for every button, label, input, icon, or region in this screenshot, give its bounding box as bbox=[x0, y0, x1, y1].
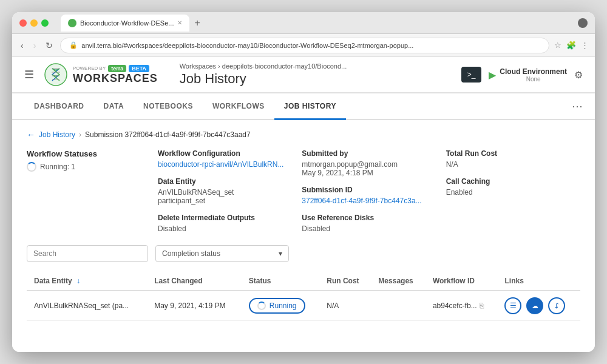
lock-icon: 🔒 bbox=[69, 41, 78, 49]
copy-workflow-id-icon[interactable]: ⎘ bbox=[480, 302, 484, 310]
use-reference-value: Disabled bbox=[302, 224, 436, 233]
cell-run-cost: N/A bbox=[319, 291, 371, 321]
back-button[interactable]: ‹ bbox=[18, 39, 26, 52]
tab-notebooks[interactable]: NOTEBOOKS bbox=[134, 93, 203, 120]
data-entity-label: Data Entity bbox=[158, 177, 292, 186]
export-button[interactable]: ↪ bbox=[548, 297, 565, 314]
workflow-id-text: ab94cefc-fb... bbox=[433, 302, 477, 310]
reload-button[interactable]: ↻ bbox=[43, 39, 55, 52]
info-col-2: Workflow Configuration bioconductor-rpci… bbox=[158, 149, 292, 233]
list-icon: ☰ bbox=[510, 302, 517, 310]
menu-icon[interactable]: ⋮ bbox=[581, 41, 589, 50]
back-arrow-icon[interactable]: ← bbox=[27, 130, 35, 140]
breadcrumb-separator: › bbox=[79, 130, 81, 139]
cell-last-changed: May 9, 2021, 4:19 PM bbox=[147, 291, 242, 321]
tab-close-icon[interactable]: ✕ bbox=[177, 19, 182, 26]
info-col-4: Total Run Cost N/A Call Caching Enabled bbox=[446, 149, 580, 233]
col-data-entity[interactable]: Data Entity ↓ bbox=[27, 272, 147, 291]
list-view-button[interactable]: ☰ bbox=[504, 297, 521, 314]
header-center: Workspaces › deeppilots-bioconductor-may… bbox=[168, 62, 452, 87]
profile-icon[interactable] bbox=[578, 18, 588, 28]
info-col-3: Submitted by mtmorgan.popup@gmail.com Ma… bbox=[302, 149, 436, 233]
call-caching-value: Enabled bbox=[446, 188, 580, 197]
page-title: Job History bbox=[180, 71, 452, 87]
titlebar: Bioconductor-Workflow-DESe... ✕ + bbox=[12, 12, 595, 34]
status-text: Running bbox=[270, 302, 297, 310]
table-row: AnVILBulkRNASeq_set (pa... May 9, 2021, … bbox=[27, 291, 580, 321]
browser-tab-active[interactable]: Bioconductor-Workflow-DESe... ✕ bbox=[61, 15, 189, 32]
table-header: Data Entity ↓ Last Changed Status Run Co… bbox=[27, 272, 580, 291]
play-icon: ▶ bbox=[489, 69, 496, 81]
workflow-config-value[interactable]: bioconductor-rpci-anvil/AnVILBulkRN... bbox=[158, 160, 292, 169]
app-window: Bioconductor-Workflow-DESe... ✕ + ‹ › ↻ … bbox=[12, 12, 595, 352]
minimize-button[interactable] bbox=[30, 19, 38, 27]
total-run-cost-label: Total Run Cost bbox=[446, 149, 580, 158]
table-body: AnVILBulkRNASeq_set (pa... May 9, 2021, … bbox=[27, 291, 580, 321]
col-run-cost: Run Cost bbox=[319, 272, 371, 291]
tab-data[interactable]: DATA bbox=[94, 93, 134, 120]
main-content: ← Job History › Submission 372ff064-d1cf… bbox=[12, 120, 595, 352]
extensions-icon[interactable]: 🧩 bbox=[566, 41, 576, 50]
terminal-icon: >_ bbox=[467, 70, 476, 79]
delete-intermediate-value: Disabled bbox=[158, 224, 292, 233]
cell-workflow-id: ab94cefc-fb... ⎘ bbox=[426, 291, 498, 321]
breadcrumb-job-history[interactable]: Job History bbox=[39, 130, 75, 139]
submission-id-value[interactable]: 372ff064-d1cf-4a9f-9f9f-7bc447c3a... bbox=[302, 197, 436, 205]
close-button[interactable] bbox=[19, 19, 27, 27]
tab-job-history[interactable]: JOB HISTORY bbox=[274, 93, 346, 120]
tab-workflows[interactable]: WORKFLOWS bbox=[203, 93, 274, 120]
cell-status: Running bbox=[242, 291, 319, 321]
dropdown-arrow-icon: ▾ bbox=[279, 249, 282, 258]
status-running-badge: Running bbox=[249, 298, 305, 314]
running-spin-icon bbox=[27, 162, 36, 172]
search-input[interactable] bbox=[27, 245, 148, 262]
cell-messages bbox=[371, 291, 426, 321]
beta-badge: BETA bbox=[129, 65, 149, 72]
terra-badge: terra bbox=[108, 65, 126, 72]
more-options-button[interactable]: ⋯ bbox=[572, 99, 583, 113]
running-label: Running: 1 bbox=[40, 163, 75, 171]
maximize-button[interactable] bbox=[41, 19, 49, 27]
completion-status-label: Completion status bbox=[162, 249, 220, 258]
terminal-button[interactable]: >_ bbox=[461, 67, 482, 83]
cloud-env-text: Cloud Environment None bbox=[500, 67, 567, 83]
header-right: >_ ▶ Cloud Environment None ⚙ bbox=[461, 67, 583, 83]
workspaces-label: WORKSPACES bbox=[73, 72, 158, 85]
links-cell: ☰ ☁ ↪ bbox=[504, 297, 573, 314]
jobs-table: Data Entity ↓ Last Changed Status Run Co… bbox=[27, 272, 580, 321]
breadcrumb-workspaces[interactable]: Workspaces bbox=[180, 62, 216, 70]
cloud-environment-button[interactable]: ▶ Cloud Environment None bbox=[489, 67, 567, 83]
cell-data-entity: AnVILBulkRNASeq_set (pa... bbox=[27, 291, 147, 321]
breadcrumb-sep1: › bbox=[218, 62, 220, 70]
cloud-view-button[interactable]: ☁ bbox=[526, 297, 543, 314]
cloud-env-sub: None bbox=[500, 76, 567, 83]
col-messages: Messages bbox=[371, 272, 426, 291]
data-entity-value1: AnVILBulkRNASeq_set bbox=[158, 188, 292, 197]
tab-dashboard[interactable]: DASHBOARD bbox=[24, 93, 94, 120]
settings-button[interactable]: ⚙ bbox=[574, 69, 583, 81]
submitted-by-email: mtmorgan.popup@gmail.com bbox=[302, 160, 436, 169]
submission-id-label: Submission ID bbox=[302, 186, 436, 194]
cloud-icon: ☁ bbox=[532, 302, 538, 310]
workflow-statuses-title: Workflow Statuses bbox=[27, 149, 148, 158]
workflow-config-label: Workflow Configuration bbox=[158, 149, 292, 158]
breadcrumb-project[interactable]: deeppilots-bioconductor-may10/Biocond... bbox=[222, 62, 347, 70]
browser-tab-bar: Bioconductor-Workflow-DESe... ✕ + bbox=[61, 15, 573, 32]
status-spin-icon bbox=[257, 302, 266, 310]
forward-button[interactable]: › bbox=[31, 39, 39, 52]
new-tab-button[interactable]: + bbox=[194, 18, 200, 29]
col-last-changed: Last Changed bbox=[147, 272, 242, 291]
bookmark-icon[interactable]: ☆ bbox=[554, 41, 561, 50]
svg-point-0 bbox=[45, 64, 67, 86]
powered-by-label: POWERED BY bbox=[73, 66, 106, 71]
address-input[interactable]: 🔒 anvil.terra.bio/#workspaces/deeppilots… bbox=[60, 38, 549, 53]
col-status: Status bbox=[242, 272, 319, 291]
data-entity-value2: participant_set bbox=[158, 197, 292, 205]
breadcrumb-submission: Submission 372ff064-d1cf-4a9f-9f9f-7bc44… bbox=[85, 130, 251, 139]
completion-status-dropdown[interactable]: Completion status ▾ bbox=[155, 245, 289, 262]
col-workflow-id: Workflow ID bbox=[426, 272, 498, 291]
hamburger-menu[interactable]: ☰ bbox=[24, 68, 34, 81]
filter-row: Completion status ▾ bbox=[27, 245, 580, 262]
logo-text-area: POWERED BY terra BETA WORKSPACES bbox=[73, 65, 158, 85]
total-run-cost-value: N/A bbox=[446, 160, 580, 169]
